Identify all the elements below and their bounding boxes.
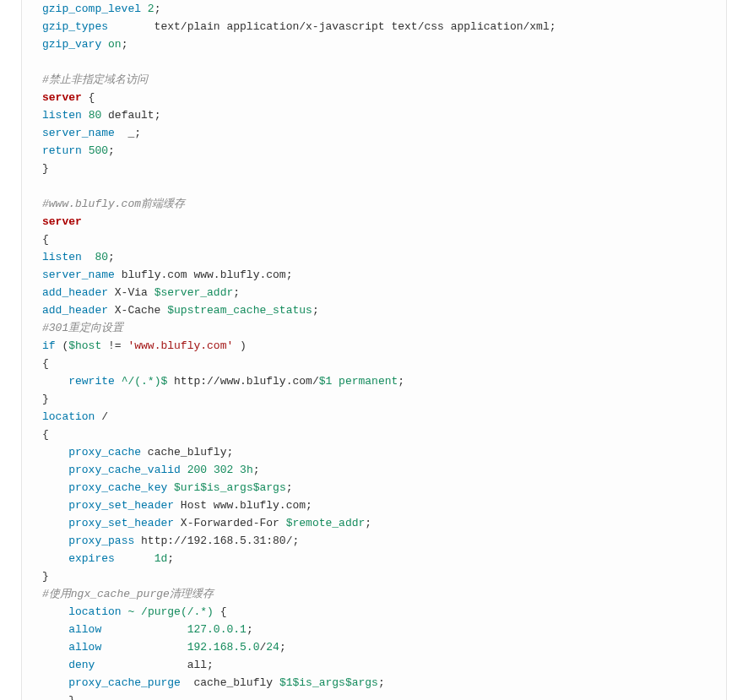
token-text [42, 517, 68, 529]
code-line: #www.blufly.com前端缓存 [42, 195, 726, 213]
token-text: ) [233, 339, 247, 352]
code-line: proxy_set_header X-Forwarded-For $remote… [42, 514, 726, 532]
token-text: ( [56, 339, 69, 352]
token-text [42, 499, 68, 512]
code-line: return 500; [42, 142, 726, 160]
token-text: ; [378, 676, 385, 689]
token-comment: #301重定向设置 [42, 322, 123, 334]
code-line: location ~ /purge(/.*) { [42, 603, 726, 621]
code-line: proxy_cache_key $uri$is_args$args; [42, 479, 726, 497]
token-kw: if [42, 339, 56, 352]
token-on: on [108, 38, 122, 51]
token-text [42, 446, 68, 459]
token-regex: /purge(/.*) [141, 605, 214, 618]
token-text: ; [398, 375, 404, 388]
code-line: listen 80; [42, 248, 726, 266]
token-kw: listen [42, 251, 82, 263]
code-line: listen 80 default; [42, 106, 726, 124]
token-kw: server_name [42, 127, 115, 139]
token-text: http://192.168.5.31:80/; [134, 534, 299, 547]
code-line: gzip_types text/plain application/x-java… [42, 18, 726, 35]
token-text [82, 251, 95, 263]
token-num: 302 [214, 464, 233, 476]
token-text: } [42, 162, 49, 175]
token-kw: listen [42, 109, 82, 122]
token-kw: return [42, 144, 82, 157]
code-line: proxy_set_header Host www.blufly.com; [42, 497, 726, 514]
code-line: if ($host != 'www.blufly.com' ) [42, 337, 726, 355]
token-num: 3h [240, 464, 253, 476]
token-text: ; [154, 3, 161, 15]
token-text [101, 641, 187, 654]
token-perm: permanent [339, 375, 398, 388]
token-text: { [42, 357, 49, 370]
token-kw: deny [68, 659, 95, 671]
token-num: 500 [89, 144, 108, 157]
token-kw: allow [68, 623, 101, 636]
token-kw: server_name [42, 269, 115, 281]
token-text: { [214, 605, 227, 618]
token-var: $remote_addr [286, 517, 366, 529]
token-text: _; [115, 127, 141, 139]
code-line: gzip_comp_level 2; [42, 0, 726, 18]
code-line: proxy_cache_valid 200 302 3h; [42, 461, 726, 479]
token-num: 1d [154, 552, 168, 565]
token-kw: proxy_cache_key [68, 481, 167, 494]
code-line: allow 127.0.0.1; [42, 621, 726, 638]
code-line: } [42, 692, 726, 700]
token-kw: add_header [42, 286, 108, 299]
code-line: server [42, 213, 726, 231]
token-text: ; [253, 464, 260, 476]
token-var: $1 [319, 375, 333, 388]
token-text: text/plain application/x-javascript text… [108, 20, 556, 33]
token-text: ; [312, 304, 319, 317]
token-text [42, 375, 68, 388]
token-kw: gzip_vary [42, 38, 101, 51]
token-text [82, 109, 89, 122]
token-kw-bold: server [42, 91, 82, 104]
token-text: ; [108, 251, 115, 263]
token-num: 80 [95, 251, 108, 263]
token-kw: proxy_cache_valid [68, 464, 181, 476]
token-var: $upstream_cache_status [167, 304, 312, 317]
token-kw: proxy_cache [68, 446, 141, 459]
token-num: 2 [148, 3, 154, 15]
token-kw: allow [68, 641, 101, 654]
code-line: expires 1d; [42, 550, 726, 567]
token-text: cache_blufly [181, 676, 279, 689]
token-kw: add_header [42, 304, 108, 317]
code-line: { [42, 355, 726, 372]
token-text [332, 375, 339, 388]
token-num: 80 [89, 109, 102, 122]
token-text [42, 659, 68, 671]
token-kw: rewrite [68, 375, 121, 388]
token-text: { [82, 91, 95, 104]
code-line: #禁止非指定域名访问 [42, 71, 726, 89]
code-line: server { [42, 89, 726, 106]
code-line: add_header X-Via $server_addr; [42, 284, 726, 301]
token-kw: location [68, 605, 121, 618]
token-text: != [101, 339, 127, 352]
token-text [101, 623, 187, 636]
token-text: } [42, 694, 75, 700]
token-text [207, 464, 214, 476]
code-line: allow 192.168.5.0/24; [42, 638, 726, 656]
token-text: { [42, 233, 49, 246]
token-var: $host [68, 339, 101, 352]
token-kw: expires [68, 552, 115, 565]
code-line: { [42, 231, 726, 248]
token-text: ; [365, 517, 371, 529]
code-line: add_header X-Cache $upstream_cache_statu… [42, 301, 726, 319]
token-text [115, 552, 154, 565]
token-text: } [42, 570, 49, 583]
token-kw: location [42, 410, 95, 423]
token-text: ; [122, 38, 128, 51]
code-line: location / [42, 408, 726, 426]
token-text [42, 623, 68, 636]
token-text [42, 481, 68, 494]
token-text: blufly.com www.blufly.com; [115, 269, 293, 281]
token-text: ; [286, 481, 293, 494]
token-text: } [42, 393, 49, 405]
token-text: cache_blufly; [141, 446, 233, 459]
code-line: } [42, 567, 726, 585]
